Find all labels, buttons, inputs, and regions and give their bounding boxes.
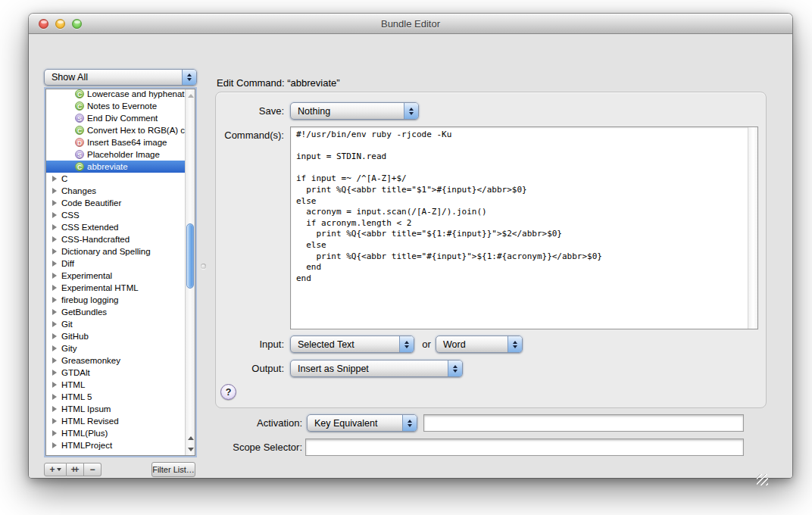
bundle-row-firebug-logging[interactable]: firebug logging xyxy=(46,294,185,306)
disclosure-triangle-icon[interactable] xyxy=(52,212,57,218)
bundle-item-notes-to-evernote[interactable]: CNotes to Evernote xyxy=(46,100,185,112)
bundle-row-html[interactable]: HTML xyxy=(46,379,185,391)
bundle-row-greasemonkey[interactable]: Greasemonkey xyxy=(46,354,185,367)
bundle-row-diff[interactable]: Diff xyxy=(46,258,185,270)
bundle-item-convert-hex-to-rgb-a-c[interactable]: CConvert Hex to RGB(A) c xyxy=(46,124,185,136)
disclosure-triangle-icon[interactable] xyxy=(52,430,57,436)
bundle-item-lowercase-and-hyphenat[interactable]: CLowercase and hyphenat xyxy=(46,89,185,100)
bundle-label: CSS-Handcrafted xyxy=(61,235,130,244)
minus-icon: − xyxy=(89,464,95,475)
list-edit-buttons: + ++ − xyxy=(44,463,102,476)
bundle-row-github[interactable]: GitHub xyxy=(46,330,185,342)
disclosure-triangle-icon[interactable] xyxy=(52,345,57,351)
disclosure-triangle-icon[interactable] xyxy=(52,442,57,448)
add-item-button[interactable]: + xyxy=(44,463,67,476)
bundle-row-c[interactable]: C xyxy=(46,173,185,185)
disclosure-triangle-icon[interactable] xyxy=(52,200,57,206)
bundle-row-getbundles[interactable]: GetBundles xyxy=(46,306,185,318)
bundle-row-html-ipsum[interactable]: HTML Ipsum xyxy=(46,403,185,415)
command-code[interactable]: #!/usr/bin/env ruby -rjcode -Ku input = … xyxy=(291,127,757,286)
bundle-row-html-plus[interactable]: HTML(Plus) xyxy=(46,427,185,439)
disclosure-triangle-icon[interactable] xyxy=(52,333,57,339)
disclosure-triangle-icon[interactable] xyxy=(52,370,57,376)
show-all-dropdown[interactable]: Show All xyxy=(44,69,197,86)
output-dropdown[interactable]: Insert as Snippet xyxy=(290,360,463,377)
bundle-row-css[interactable]: CSS xyxy=(46,209,185,221)
bundle-row-htmlproject[interactable]: HTMLProject xyxy=(46,439,185,451)
bundle-row-css-handcrafted[interactable]: CSS-Handcrafted xyxy=(46,233,185,245)
list-scrollbar-thumb[interactable] xyxy=(186,223,194,289)
disclosure-triangle-icon[interactable] xyxy=(52,357,57,364)
bundle-label: firebug logging xyxy=(61,295,118,304)
disclosure-triangle-icon[interactable] xyxy=(52,309,57,315)
bundle-row-code-beautifier[interactable]: Code Beautifier xyxy=(46,197,185,209)
disclosure-triangle-icon[interactable] xyxy=(52,236,57,242)
disclosure-triangle-icon[interactable] xyxy=(52,321,57,327)
save-label: Save: xyxy=(214,105,284,117)
disclosure-triangle-icon[interactable] xyxy=(52,418,57,424)
scroll-up-icon[interactable] xyxy=(186,90,195,101)
bundle-row-gtdalt[interactable]: GTDAlt xyxy=(46,367,185,379)
bundle-item-placeholder-image[interactable]: SPlaceholder Image xyxy=(46,148,185,161)
scroll-down-button[interactable] xyxy=(186,444,195,455)
bundle-row-dictionary-and-spelling[interactable]: Dictionary and Spelling xyxy=(46,245,185,258)
bundle-item-end-div-comment[interactable]: SEnd Div Comment xyxy=(46,112,185,124)
disclosure-triangle-icon[interactable] xyxy=(52,394,57,400)
activation-value: Key Equivalent xyxy=(308,418,402,429)
splitter-handle[interactable] xyxy=(201,264,206,269)
bundle-label: HTML(Plus) xyxy=(61,429,108,438)
bundle-row-git[interactable]: Git xyxy=(46,318,185,330)
add-bundle-button[interactable]: ++ xyxy=(67,463,84,476)
disclosure-triangle-icon[interactable] xyxy=(52,248,57,254)
command-code-area[interactable]: #!/usr/bin/env ruby -rjcode -Ku input = … xyxy=(290,126,758,329)
title-bar[interactable]: Bundle Editor xyxy=(29,14,792,34)
remove-item-button[interactable]: − xyxy=(84,463,102,476)
disclosure-triangle-icon[interactable] xyxy=(52,273,57,279)
bundle-row-changes[interactable]: Changes xyxy=(46,185,185,197)
bundle-item-abbreviate[interactable]: Cabbreviate xyxy=(46,161,185,173)
window-content: Show All CLowercase and hyphenatCNotes t… xyxy=(29,34,792,478)
scroll-up-button[interactable] xyxy=(186,432,195,444)
scope-selector-field[interactable] xyxy=(305,439,744,456)
disclosure-triangle-icon[interactable] xyxy=(52,285,57,291)
list-scrollbar[interactable] xyxy=(185,89,195,455)
bundle-editor-window: Bundle Editor Show All CLowercase and hy… xyxy=(29,14,792,478)
bundle-row-css-extended[interactable]: CSS Extended xyxy=(46,221,185,233)
window-title: Bundle Editor xyxy=(29,18,792,30)
d-type-icon: D xyxy=(75,138,84,147)
disclosure-triangle-icon[interactable] xyxy=(52,224,57,230)
bundle-label: C xyxy=(61,174,67,183)
bundle-label: Dictionary and Spelling xyxy=(61,247,151,256)
disclosure-triangle-icon[interactable] xyxy=(52,176,57,182)
help-button[interactable]: ? xyxy=(220,384,236,400)
c-type-icon: C xyxy=(75,89,84,98)
double-plus-icon: ++ xyxy=(70,464,77,475)
bundle-label: Experimental HTML xyxy=(61,283,139,292)
code-scrollbar[interactable] xyxy=(748,127,757,329)
bundle-label: HTML 5 xyxy=(61,392,92,401)
filter-list-button[interactable]: Filter List… xyxy=(151,462,195,477)
command-label: Command(s): xyxy=(184,130,284,141)
input-dropdown[interactable]: Selected Text xyxy=(290,336,414,353)
bundle-row-experimental[interactable]: Experimental xyxy=(46,270,185,282)
item-label: Placeholder Image xyxy=(87,150,160,159)
input-unit-dropdown[interactable]: Word xyxy=(436,336,523,353)
disclosure-triangle-icon[interactable] xyxy=(52,406,57,412)
bundle-list[interactable]: CLowercase and hyphenatCNotes to Evernot… xyxy=(45,89,195,456)
bundle-list-rows: CLowercase and hyphenatCNotes to Evernot… xyxy=(46,89,185,451)
bundle-row-gity[interactable]: Gity xyxy=(46,342,185,354)
disclosure-triangle-icon[interactable] xyxy=(52,188,57,194)
save-dropdown[interactable]: Nothing xyxy=(290,102,419,120)
input-unit-value: Word xyxy=(436,339,508,350)
bundle-label: Diff xyxy=(61,259,74,268)
key-equivalent-field[interactable] xyxy=(423,414,744,432)
disclosure-triangle-icon[interactable] xyxy=(52,261,57,267)
disclosure-triangle-icon[interactable] xyxy=(52,382,57,388)
activation-dropdown[interactable]: Key Equivalent xyxy=(307,414,417,432)
bundle-item-insert-base64-image[interactable]: DInsert Base64 image xyxy=(46,136,185,148)
resize-grip[interactable] xyxy=(757,474,768,485)
bundle-row-experimental-html[interactable]: Experimental HTML xyxy=(46,282,185,294)
disclosure-triangle-icon[interactable] xyxy=(52,297,57,303)
bundle-row-html-revised[interactable]: HTML Revised xyxy=(46,415,185,427)
bundle-row-html-5[interactable]: HTML 5 xyxy=(46,391,185,403)
